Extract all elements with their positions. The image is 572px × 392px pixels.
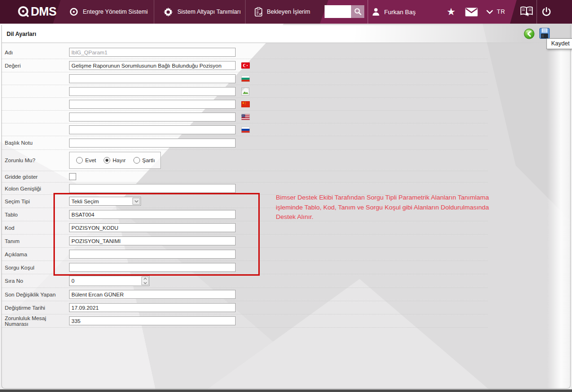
zorunluluk-mesaj-numarasi-input[interactable]: [69, 316, 236, 325]
form-row-son-degisiklik-yapan: Son Değişiklik Yapan: [1, 288, 488, 301]
china-flag-icon: [241, 101, 250, 107]
usa-flag-icon: [241, 114, 250, 120]
qdms-logo[interactable]: DMS: [17, 5, 56, 18]
gear-icon: [163, 7, 173, 17]
lang-input-chinese[interactable]: [69, 100, 236, 109]
secim-tipi-select[interactable]: Tekli Seçim: [69, 197, 141, 206]
help-book-icon: [519, 6, 534, 18]
turkey-flag-icon: [241, 62, 250, 69]
stepper-buttons[interactable]: [141, 277, 149, 285]
chevron-down-icon: [486, 10, 493, 14]
qdms-circle-icon: [69, 7, 79, 17]
menu-item-bekleyen-islerim[interactable]: Bekleyen İşlerim: [255, 0, 310, 24]
logout-button[interactable]: [538, 0, 554, 24]
tablo-input[interactable]: [69, 210, 236, 219]
background-light-band: [547, 43, 572, 392]
kolon-genisligi-input[interactable]: [69, 184, 236, 193]
help-button[interactable]: [518, 0, 536, 24]
field-label: Sorgu Koşul: [5, 265, 69, 270]
bulgaria-flag-icon: [241, 76, 250, 82]
menu-item-sistem-altyapi-tanimlari[interactable]: Sistem Altyapı Tanımları: [163, 0, 241, 24]
form-row-zorunluluk-mesaj-numarasi: Zorunluluk Mesaj Numarası: [1, 314, 488, 328]
russia-flag-icon: [241, 127, 250, 133]
language-code: TR: [497, 9, 505, 15]
radio-option-hayir[interactable]: Hayır: [104, 157, 125, 164]
save-tooltip: Kaydet: [546, 38, 572, 49]
power-icon: [541, 7, 552, 17]
menu-item-label: Bekleyen İşlerim: [267, 9, 310, 15]
lang-input-russian[interactable]: [69, 125, 236, 134]
top-navigation-bar: DMS Entegre Yönetim Sistemi Sistem Altya…: [0, 0, 572, 24]
chevron-down-icon[interactable]: [132, 198, 140, 205]
gridde-goster-checkbox[interactable]: [69, 173, 76, 180]
language-selector[interactable]: TR: [486, 0, 505, 24]
aciklama-input[interactable]: [69, 250, 236, 259]
qdms-logo-icon: [17, 5, 30, 18]
messages-button[interactable]: [465, 0, 478, 24]
header-divider: [537, 0, 537, 24]
sira-no-stepper: [69, 276, 150, 286]
form-row-lang-ru: [1, 123, 488, 136]
form-row-sira-no: Sıra No: [1, 274, 488, 288]
favorites-button[interactable]: ★: [447, 0, 456, 24]
field-label: Değiştirme Tarihi: [5, 305, 69, 311]
degeri-input[interactable]: [69, 61, 236, 70]
lang-input-english[interactable]: [69, 113, 236, 122]
search-button[interactable]: [351, 5, 364, 18]
chevron-up-icon: [143, 278, 147, 280]
menu-item-label: Entegre Yönetim Sistemi: [83, 9, 148, 15]
mail-icon: [465, 8, 478, 17]
radio-option-sartli[interactable]: Şartlı: [133, 157, 155, 164]
baslik-notu-input[interactable]: [69, 139, 236, 148]
user-menu[interactable]: Furkan Baş: [372, 0, 415, 24]
form-row-gridde-goster: Gridde göster: [1, 171, 488, 183]
field-label: Adı: [5, 50, 69, 55]
dil-ayarlari-form: Adı Değeri: [1, 43, 488, 328]
menu-divider: [245, 0, 246, 24]
menu-item-entegre-yonetim-sistemi[interactable]: Entegre Yönetim Sistemi: [69, 0, 148, 24]
radio-label: Evet: [85, 157, 96, 163]
tanim-input[interactable]: [69, 236, 236, 245]
field-label: Açıklama: [5, 252, 69, 257]
form-row-aciklama: Açıklama: [1, 248, 488, 261]
field-label: Tablo: [5, 212, 69, 218]
field-label: Zorunluluk Mesaj Numarası: [5, 315, 69, 327]
lang-input-bulgarian[interactable]: [69, 74, 236, 83]
title-bar: Dil Ayarları: [2, 25, 569, 43]
form-row-lang-cn: [1, 98, 488, 111]
person-icon: [372, 8, 380, 16]
save-icon: [539, 27, 550, 39]
radio-label: Şartlı: [142, 157, 155, 163]
form-row-adi: Adı: [1, 46, 488, 59]
page-title: Dil Ayarları: [7, 31, 36, 37]
form-row-lang-bg: [1, 72, 488, 85]
save-tooltip-label: Kaydet: [551, 40, 570, 47]
son-degisiklik-yapan-input[interactable]: [69, 290, 236, 299]
degistirme-tarihi-input[interactable]: [69, 303, 236, 312]
form-row-degistirme-tarihi: Değiştirme Tarihi: [1, 301, 488, 314]
field-label: Son Değişiklik Yapan: [5, 292, 69, 297]
user-name: Furkan Baş: [384, 9, 415, 16]
logo-text: DMS: [31, 5, 56, 18]
search-input[interactable]: [325, 5, 351, 18]
sira-no-input[interactable]: [70, 277, 139, 285]
field-label: Gridde göster: [5, 174, 69, 180]
form-row-sorgu-kosul: Sorgu Koşul: [1, 261, 488, 274]
select-value: Tekli Seçim: [70, 199, 99, 204]
radio-option-evet[interactable]: Evet: [76, 157, 96, 164]
window-bottom-edge: [0, 390, 572, 392]
back-icon: [524, 28, 535, 39]
field-label: Kolon Genişliği: [5, 186, 69, 192]
kod-input[interactable]: [69, 223, 236, 232]
save-button[interactable]: [539, 27, 550, 39]
form-row-baslik-notu: Başlık Notu: [1, 136, 488, 150]
sorgu-kosul-input[interactable]: [69, 263, 236, 272]
form-row-tanim: Tanım: [1, 235, 488, 248]
lang-input-unknown[interactable]: [69, 87, 236, 96]
field-label: Zorunlu Mu?: [5, 157, 69, 163]
radio-circle: [133, 157, 140, 164]
adi-input[interactable]: [69, 48, 236, 57]
star-icon: ★: [447, 6, 456, 17]
search-icon: [354, 8, 362, 16]
back-button[interactable]: [524, 28, 535, 39]
